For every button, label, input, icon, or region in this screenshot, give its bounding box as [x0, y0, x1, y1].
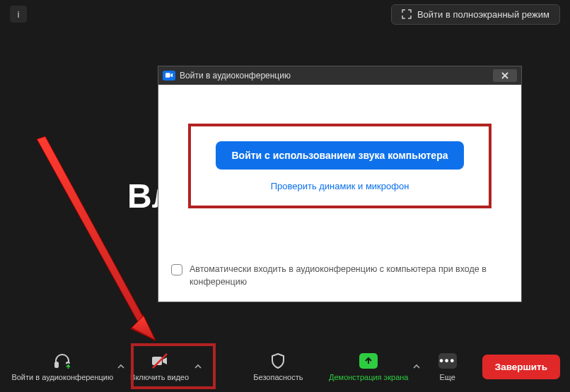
fullscreen-label: Войти в полноэкранный режим: [417, 9, 549, 20]
dialog-close-button[interactable]: [493, 69, 517, 82]
join-audio-label: Войти в аудиоконференцию: [11, 373, 113, 381]
more-button[interactable]: ••• Еще: [423, 348, 472, 386]
headphones-icon: [53, 352, 71, 370]
start-video-button[interactable]: Включить видео: [127, 348, 192, 386]
info-icon: i: [17, 9, 20, 20]
auto-join-checkbox[interactable]: [171, 264, 182, 275]
fullscreen-button[interactable]: Войти в полноэкранный режим: [391, 4, 560, 25]
share-screen-label: Демонстрация экрана: [329, 373, 408, 381]
shield-icon: [269, 352, 287, 370]
video-options-caret[interactable]: [192, 341, 204, 392]
top-bar: i Войти в полноэкранный режим: [0, 0, 570, 28]
zoom-app-icon: [163, 71, 175, 81]
chevron-up-icon: [194, 363, 202, 370]
annotation-highlight: Войти с использованием звука компьютера …: [188, 124, 492, 208]
meeting-toolbar: Войти в аудиоконференцию Включить видео …: [0, 341, 570, 392]
audio-options-caret[interactable]: [115, 341, 127, 392]
more-label: Еще: [439, 373, 455, 381]
join-audio-button[interactable]: Войти в аудиоконференцию: [10, 348, 115, 386]
dialog-title: Войти в аудиоконференцию: [180, 71, 489, 81]
end-meeting-button[interactable]: Завершить: [482, 355, 560, 379]
chevron-up-icon: [413, 363, 420, 370]
auto-join-label: Автоматически входить в аудиоконференцию…: [190, 263, 508, 290]
dialog-titlebar: Войти в аудиоконференцию: [158, 66, 521, 85]
security-button[interactable]: Безопасность: [250, 348, 307, 386]
svg-rect-0: [55, 362, 58, 367]
security-label: Безопасность: [253, 373, 303, 381]
start-video-label: Включить видео: [130, 373, 189, 381]
share-screen-icon: [359, 352, 378, 370]
join-computer-audio-button[interactable]: Войти с использованием звука компьютера: [216, 141, 463, 170]
close-icon: [501, 71, 509, 80]
share-screen-button[interactable]: Демонстрация экрана: [326, 348, 411, 386]
test-speaker-mic-link[interactable]: Проверить динамик и микрофон: [271, 181, 409, 191]
annotation-arrow: [24, 131, 165, 357]
dialog-body: Войти с использованием звука компьютера …: [158, 85, 521, 302]
meeting-info-button[interactable]: i: [10, 6, 27, 23]
chevron-up-icon: [117, 363, 124, 370]
audio-join-dialog: Войти в аудиоконференцию Войти с использ…: [158, 66, 522, 302]
share-options-caret[interactable]: [411, 341, 423, 392]
dialog-footer: Автоматически входить в аудиоконференцию…: [158, 254, 521, 302]
video-off-icon: [151, 352, 169, 370]
fullscreen-icon: [402, 9, 412, 19]
more-icon: •••: [438, 352, 457, 370]
